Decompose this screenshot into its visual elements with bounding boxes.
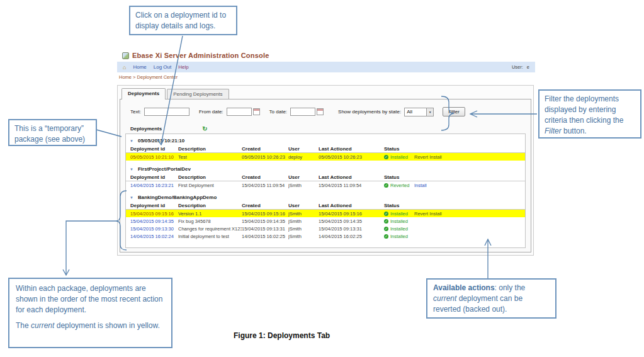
user-cell: deploy bbox=[288, 154, 319, 160]
from-date-input[interactable] bbox=[227, 108, 252, 116]
user-label: User: bbox=[512, 64, 523, 70]
state-filter-label: Show deployments by state: bbox=[338, 109, 401, 115]
action-link[interactable]: Install bbox=[414, 183, 525, 188]
user-value: e bbox=[527, 64, 529, 70]
app-title: Ebase Xi Server Administration Console bbox=[132, 52, 269, 59]
to-date-input[interactable] bbox=[290, 108, 315, 116]
created-cell: 15/04/2015 09:14:35 bbox=[242, 218, 288, 224]
tab-pending-deployments[interactable]: Pending Deployments bbox=[167, 89, 229, 99]
callout-text: Filter the deployments displayed by ente… bbox=[545, 94, 635, 137]
callout-text: Available actions: only the current depl… bbox=[433, 283, 550, 315]
created-cell: 05/05/2015 10:26:23 bbox=[242, 154, 288, 160]
status-text: Reverted bbox=[390, 183, 409, 188]
description-cell: Initial deployment to test bbox=[178, 234, 242, 239]
col-header: Last Actioned bbox=[319, 146, 384, 152]
callout-temporary-package: This is a “temporary” package (see above… bbox=[8, 119, 97, 146]
col-header: Created bbox=[242, 174, 288, 180]
col-header: Description bbox=[178, 174, 242, 180]
deployment-group: ▼ 05/05/2015 10:21:10 Deployment id Desc… bbox=[126, 137, 525, 161]
status-check-icon: ✓ bbox=[384, 227, 388, 231]
table-row: 05/05/2015 10:21:10 Test 05/05/2015 10:2… bbox=[126, 153, 525, 161]
app-header: Ebase Xi Server Administration Console bbox=[117, 49, 535, 62]
status-check-icon: ✓ bbox=[384, 219, 388, 224]
app-logo-icon bbox=[122, 52, 129, 59]
from-date-label: From date: bbox=[199, 109, 223, 115]
last-actioned-cell: 15/04/2015 09:14:35 bbox=[319, 218, 384, 224]
deployment-id-link[interactable]: 14/04/2015 16:23:21 bbox=[130, 183, 178, 188]
state-filter-value: All bbox=[407, 109, 426, 115]
deployments-tab-content: Text: From date: To date: Show deploymen… bbox=[120, 99, 531, 252]
created-cell: 14/04/2015 16:02:25 bbox=[242, 234, 288, 239]
nav-home-link[interactable]: Home bbox=[133, 64, 146, 70]
last-actioned-cell: 15/04/2015 11:09:54 bbox=[319, 183, 384, 188]
status-cell: ✓Installed bbox=[384, 226, 414, 232]
status-check-icon: ✓ bbox=[384, 183, 388, 188]
group-title-row: ▼ FirstProject/PortalDev bbox=[126, 165, 525, 173]
last-actioned-cell: 15/04/2015 09:15:16 bbox=[319, 211, 384, 217]
col-header: User bbox=[288, 203, 319, 208]
package-callout-line bbox=[66, 221, 116, 275]
collapse-arrow-icon[interactable]: ▼ bbox=[130, 196, 133, 200]
callout-filter-criteria: Filter the deployments displayed by ente… bbox=[538, 89, 641, 139]
description-cell: Fix bug 345678 bbox=[178, 218, 242, 224]
deployment-group: ▼ BankingDemo/BankingAppDemo Deployment … bbox=[126, 193, 525, 240]
status-check-icon: ✓ bbox=[384, 234, 388, 239]
callout-package-ordering: Within each package, deployments are sho… bbox=[8, 278, 172, 348]
action-link[interactable]: Revert Install bbox=[414, 211, 525, 217]
dropdown-arrow-icon: ▼ bbox=[426, 108, 433, 116]
last-actioned-cell: 15/04/2015 09:13:31 bbox=[319, 226, 384, 232]
state-filter-select[interactable]: All ▼ bbox=[404, 108, 434, 116]
created-cell: 15/04/2015 09:15:16 bbox=[242, 211, 288, 217]
callout-text: Click on a deployment id to display deta… bbox=[135, 10, 231, 31]
deployment-id-link[interactable]: 05/05/2015 10:21:10 bbox=[130, 154, 178, 160]
col-header: Status bbox=[384, 146, 414, 152]
created-cell: 15/04/2015 11:09:54 bbox=[242, 183, 288, 188]
nav-logout-link[interactable]: Log Out bbox=[154, 64, 171, 70]
collapse-arrow-icon[interactable]: ▼ bbox=[130, 139, 133, 143]
col-header: Created bbox=[242, 146, 288, 152]
text-filter-input[interactable] bbox=[144, 108, 189, 116]
col-header: Last Actioned bbox=[319, 203, 384, 208]
table-header-row: Deployment id Description Created User L… bbox=[126, 145, 525, 153]
deployments-section-header: Deployments ↻ bbox=[130, 126, 208, 132]
to-date-calendar-icon[interactable] bbox=[317, 108, 324, 115]
status-text: Installed bbox=[390, 211, 408, 217]
col-header: Created bbox=[242, 203, 288, 208]
status-cell: ✓Installed bbox=[384, 218, 414, 224]
deployment-id-link[interactable]: 15/04/2015 09:13:30 bbox=[130, 226, 178, 232]
table-row: 14/04/2015 16:02:24 Initial deployment t… bbox=[126, 232, 525, 240]
home-icon[interactable]: ⌂ bbox=[123, 64, 126, 71]
deployment-id-link[interactable]: 15/04/2015 09:14:35 bbox=[130, 218, 178, 224]
user-indicator: User: e bbox=[512, 64, 529, 70]
deployments-section-label: Deployments bbox=[130, 126, 162, 132]
user-cell: jSmith bbox=[288, 218, 319, 224]
nav-help-link[interactable]: Help bbox=[178, 64, 188, 70]
refresh-icon[interactable]: ↻ bbox=[202, 127, 207, 132]
package-title: 05/05/2015 10:21:10 bbox=[138, 138, 184, 144]
package-title: BankingDemo/BankingAppDemo bbox=[138, 195, 217, 200]
group-title-row: ▼ 05/05/2015 10:21:10 bbox=[126, 137, 525, 145]
last-actioned-cell: 05/05/2015 10:26:23 bbox=[319, 154, 384, 160]
callout-text: This is a “temporary” package (see above… bbox=[14, 123, 91, 145]
tab-bar: Deployments Pending Deployments bbox=[121, 88, 229, 99]
action-link[interactable]: Revert Install bbox=[414, 154, 525, 160]
breadcrumb[interactable]: Home > Deployment Center bbox=[117, 72, 535, 82]
col-header: Description bbox=[178, 203, 242, 208]
from-date-calendar-icon[interactable] bbox=[253, 108, 260, 115]
deployment-id-link[interactable]: 15/04/2015 09:15:16 bbox=[130, 211, 178, 217]
table-header-row: Deployment id Description Created User L… bbox=[126, 173, 525, 181]
callout-available-actions: Available actions: only the current depl… bbox=[426, 278, 556, 319]
deployment-id-link[interactable]: 14/04/2015 16:02:24 bbox=[130, 234, 178, 239]
deployment-center-panel: Deployments Pending Deployments Text: Fr… bbox=[117, 85, 534, 256]
description-cell: Version 1.1 bbox=[178, 211, 242, 217]
status-cell: ✓Installed bbox=[384, 211, 414, 217]
nav-bar: ⌂ Home Log Out Help User: e bbox=[117, 62, 535, 72]
filter-button[interactable]: Filter bbox=[443, 107, 465, 116]
collapse-arrow-icon[interactable]: ▼ bbox=[130, 167, 133, 171]
tab-deployments[interactable]: Deployments bbox=[121, 88, 166, 99]
description-cell: First Deployment bbox=[178, 183, 242, 188]
status-cell: ✓Installed bbox=[384, 234, 414, 239]
package-title: FirstProject/PortalDev bbox=[138, 166, 191, 172]
text-filter-label: Text: bbox=[130, 109, 141, 115]
deployments-table: ▼ 05/05/2015 10:21:10 Deployment id Desc… bbox=[125, 133, 526, 248]
